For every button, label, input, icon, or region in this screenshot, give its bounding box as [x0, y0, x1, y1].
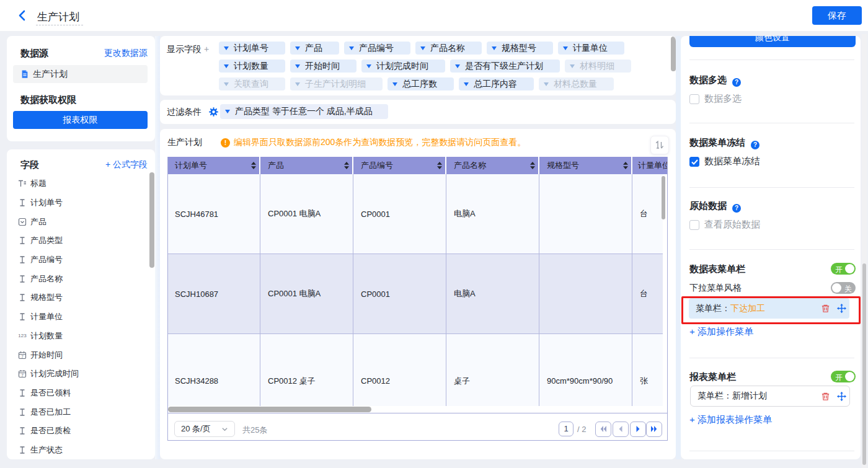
svg-text:7: 7 [21, 373, 24, 377]
svg-text:7: 7 [21, 354, 24, 358]
